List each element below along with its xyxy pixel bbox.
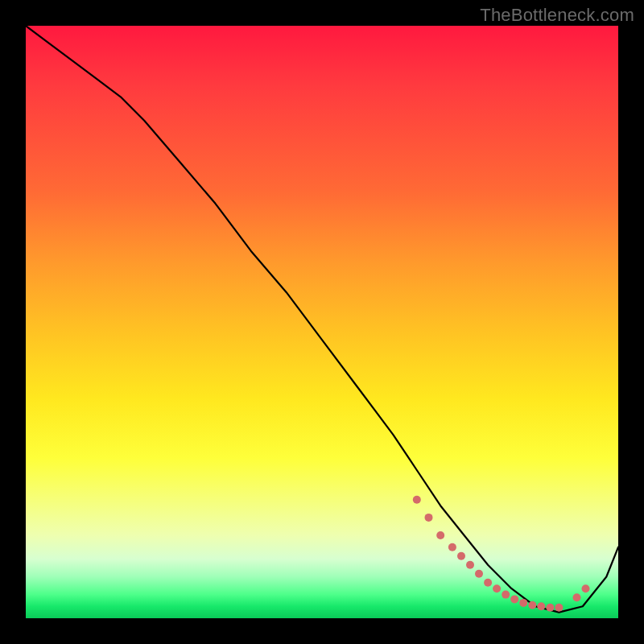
curve-marker bbox=[546, 604, 554, 612]
curve-marker bbox=[484, 579, 492, 587]
curve-marker bbox=[510, 595, 518, 603]
curve-marker bbox=[537, 602, 545, 610]
curve-marker bbox=[425, 514, 433, 522]
curve-markers bbox=[413, 496, 590, 612]
curve-marker bbox=[502, 591, 510, 599]
watermark-label: TheBottleneck.com bbox=[480, 5, 634, 26]
curve-marker bbox=[448, 543, 456, 551]
curve-svg bbox=[26, 26, 618, 618]
curve-marker bbox=[573, 593, 581, 601]
curve-marker bbox=[413, 496, 421, 504]
curve-marker bbox=[436, 531, 444, 539]
curve-marker bbox=[457, 552, 465, 560]
plot-area bbox=[26, 26, 618, 618]
curve-marker bbox=[519, 599, 527, 607]
curve-marker bbox=[475, 570, 483, 578]
curve-marker bbox=[582, 584, 590, 592]
bottleneck-curve bbox=[26, 26, 618, 613]
chart-frame: TheBottleneck.com bbox=[0, 0, 644, 644]
curve-marker bbox=[466, 561, 474, 569]
curve-marker bbox=[528, 601, 536, 609]
curve-marker bbox=[493, 584, 501, 592]
curve-marker bbox=[555, 604, 563, 612]
